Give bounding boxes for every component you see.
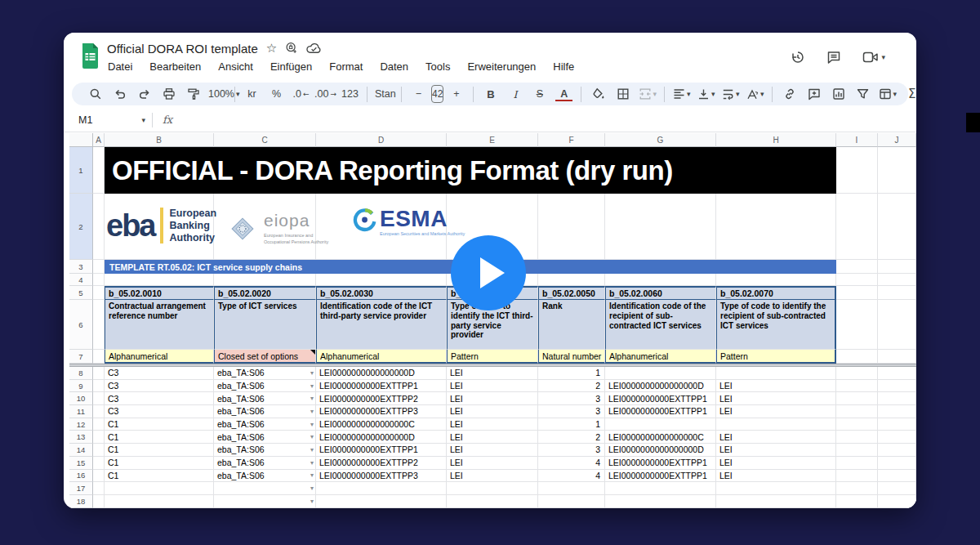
decrease-decimal-button[interactable]: .0← (289, 84, 313, 104)
menu-daten[interactable]: Daten (379, 60, 409, 73)
decrease-font-size-button[interactable]: − (407, 84, 430, 104)
cell-H9[interactable]: LEI (716, 380, 836, 393)
menu-einfuegen[interactable]: Einfügen (270, 60, 313, 73)
cell-G12[interactable] (605, 418, 716, 431)
cell-C7[interactable]: Closed set of options (214, 350, 316, 364)
strikethrough-button[interactable]: S (528, 84, 551, 104)
cell-I9[interactable] (836, 380, 878, 393)
cell-A7[interactable] (93, 350, 105, 364)
cell-B6[interactable]: Contractual arrangement reference number (105, 300, 214, 350)
create-filter-button[interactable] (851, 84, 875, 104)
cell-A18[interactable] (93, 495, 105, 508)
row-header-13[interactable]: 13 (69, 431, 93, 444)
cell-J1[interactable] (878, 147, 916, 194)
cell-A17[interactable] (93, 482, 105, 495)
cell-A3[interactable] (93, 260, 105, 274)
cell-D7[interactable]: Alphanumerical (316, 350, 447, 364)
cell-J16[interactable] (878, 470, 916, 483)
cell-I17[interactable] (836, 482, 878, 495)
cell-H7[interactable]: Pattern (716, 350, 836, 364)
cell-J12[interactable] (878, 418, 916, 431)
cell-A16[interactable] (93, 470, 105, 483)
cell-A4[interactable] (93, 274, 105, 286)
cell-F4[interactable] (538, 274, 605, 286)
cell-C9[interactable]: eba_TA:S06▾ (214, 380, 316, 393)
horizontal-align-button[interactable]: ▾ (670, 84, 693, 104)
cell-D6[interactable]: Identification code of the ICT third-par… (316, 300, 447, 350)
cell-C4[interactable] (214, 274, 316, 286)
cell-A12[interactable] (93, 418, 105, 431)
cell-D16[interactable]: LEI0000000000EXTTPP3 (316, 470, 447, 483)
redo-button[interactable] (132, 84, 156, 104)
menu-datei[interactable]: Datei (107, 60, 133, 73)
cell-I15[interactable] (836, 457, 878, 470)
cell-E16[interactable]: LEI (447, 470, 538, 483)
column-header-A[interactable]: A (93, 133, 105, 147)
row-header-11[interactable]: 11 (69, 405, 93, 418)
italic-button[interactable]: I (503, 84, 527, 104)
cell-C12[interactable]: eba_TA:S06▾ (214, 418, 316, 431)
cell-D10[interactable]: LEI0000000000EXTTPP2 (316, 392, 447, 405)
cell-J11[interactable] (878, 405, 916, 418)
cell-A11[interactable] (93, 405, 105, 418)
font-family-select[interactable]: Stand...▾ (372, 84, 396, 104)
fill-color-button[interactable] (586, 84, 610, 104)
cell-C17[interactable]: ▾ (214, 482, 316, 495)
cell-C14[interactable]: eba_TA:S06▾ (214, 444, 316, 457)
cell-G15[interactable]: LEI0000000000EXTTPP1 (605, 457, 716, 470)
cell-G16[interactable]: LEI0000000000EXTTPP1 (605, 470, 716, 483)
cell-E8[interactable]: LEI (447, 367, 538, 380)
row-header-12[interactable]: 12 (69, 418, 93, 431)
cell-I13[interactable] (836, 431, 878, 444)
undo-button[interactable] (108, 84, 131, 104)
cell-A8[interactable] (93, 367, 105, 380)
cell-D9[interactable]: LEI0000000000EXTTPP1 (316, 380, 447, 393)
row-header-10[interactable]: 10 (69, 392, 93, 405)
increase-font-size-button[interactable]: + (444, 84, 468, 104)
cell-E12[interactable]: LEI (447, 418, 538, 431)
star-icon[interactable]: ☆ (266, 42, 277, 55)
cell-E15[interactable]: LEI (447, 457, 538, 470)
cell-J9[interactable] (878, 380, 916, 393)
row-header-16[interactable]: 16 (69, 470, 93, 483)
cell-A9[interactable] (93, 380, 105, 393)
cell-I3[interactable] (836, 260, 878, 274)
cell-B11[interactable]: C3 (105, 405, 214, 418)
select-all-corner[interactable] (69, 133, 93, 147)
dropdown-caret-icon[interactable]: ▾ (310, 485, 314, 492)
font-size-input[interactable]: 42 (431, 85, 443, 103)
column-header-H[interactable]: H (716, 133, 836, 147)
cell-J17[interactable] (878, 482, 916, 495)
cell-D11[interactable]: LEI0000000000EXTTPP3 (316, 405, 447, 418)
cell-J2[interactable] (878, 194, 916, 260)
cell-H4[interactable] (716, 274, 836, 286)
cell-J14[interactable] (878, 444, 916, 457)
cell-I6[interactable] (836, 300, 878, 350)
cell-F5[interactable]: b_05.02.0050 (538, 286, 605, 300)
cell-J5[interactable] (878, 286, 916, 300)
video-play-button[interactable] (451, 235, 526, 310)
currency-format-button[interactable]: kr (240, 84, 264, 104)
dropdown-caret-icon[interactable]: ▾ (310, 382, 314, 390)
cell-I11[interactable] (836, 405, 878, 418)
menu-bearbeiten[interactable]: Bearbeiten (149, 60, 202, 73)
cell-A2[interactable] (93, 194, 105, 260)
menu-tools[interactable]: Tools (425, 60, 451, 73)
version-history-button[interactable] (791, 50, 805, 65)
number-format-button[interactable]: 123 (338, 84, 362, 104)
cell-G9[interactable]: LEI0000000000000000D (605, 380, 716, 393)
cell-D5[interactable]: b_05.02.0030 (316, 286, 447, 300)
cell-E11[interactable]: LEI (447, 405, 538, 418)
dropdown-caret-icon[interactable]: ▾ (310, 369, 314, 377)
cell-C16[interactable]: eba_TA:S06▾ (214, 470, 316, 483)
cell-G6[interactable]: Identification code of the recipient of … (605, 300, 716, 350)
row-header-15[interactable]: 15 (69, 457, 93, 470)
vertical-align-button[interactable]: ▾ (694, 84, 718, 104)
row-header-7[interactable]: 7 (69, 350, 93, 364)
cell-J10[interactable] (878, 392, 916, 405)
cell-I10[interactable] (836, 392, 878, 405)
cell-F17[interactable] (538, 482, 605, 495)
row-header-17[interactable]: 17 (69, 482, 93, 495)
cell-H13[interactable]: LEI (716, 431, 836, 444)
cell-A14[interactable] (93, 444, 105, 457)
